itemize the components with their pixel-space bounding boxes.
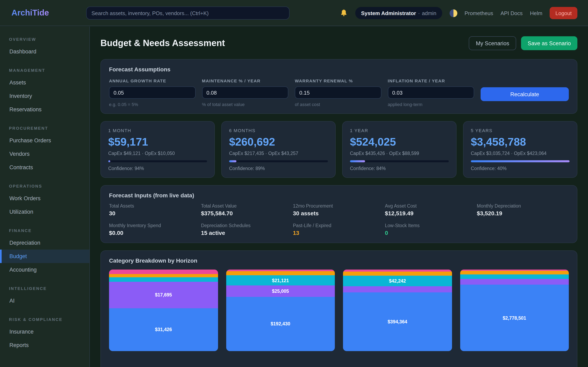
bar-segment-orange: [343, 272, 452, 276]
forecast-inputs-card: Forecast Inputs (from live data) Total A…: [100, 185, 577, 243]
horizon-cards-row: 1 MONTH$59,171CapEx $49,121 · OpEx $10,0…: [100, 121, 577, 178]
sidebar-item-dashboard[interactable]: Dashboard: [0, 45, 89, 58]
page-header: Budget & Needs Assessment My Scenarios S…: [100, 36, 577, 50]
topbar-link-helm[interactable]: Helm: [530, 10, 543, 16]
stacked-bar-1-month: $17,695$31,426: [109, 269, 218, 351]
assumption-hint-annual-growth-rate: e.g. 0.05 = 5%: [109, 102, 195, 107]
stacked-bar-6-months: $21,121$25,005$192,430: [226, 269, 335, 351]
confidence-progress-fill: [471, 160, 570, 162]
stat-label: 12mo Procurement: [293, 203, 385, 208]
recalculate-column: Recalculate: [481, 78, 569, 107]
bar-segment-blue: $31,426: [109, 308, 218, 351]
bar-segment-cyan: $42,242: [343, 276, 452, 286]
forecast-inputs-title: Forecast Inputs (from live data): [109, 192, 569, 199]
bar-segment-pink: [343, 269, 452, 272]
horizon-value: $3,458,788: [471, 136, 570, 149]
stat-label: Depreciation Schedules: [201, 223, 293, 228]
assumption-hint-maintenance-year: % of total asset value: [202, 102, 288, 107]
sidebar-item-insurance[interactable]: Insurance: [0, 325, 89, 338]
assumption-field-warranty-renewal: WARRANTY RENEWAL %of asset cost: [295, 78, 381, 107]
assumption-hint-warranty-renewal: of asset cost: [295, 102, 381, 107]
stacked-bar-5-years: $2,778,501: [460, 269, 569, 351]
header-actions: My Scenarios Save as Scenario: [469, 36, 577, 50]
topbar-right: System Administrator · admin Prometheus …: [340, 0, 577, 26]
assumption-label-maintenance-year: MAINTENANCE % / YEAR: [202, 78, 288, 83]
topbar: ArchiTide System Administrator · admin P…: [0, 0, 588, 26]
sidebar-item-vendors[interactable]: Vendors: [0, 147, 89, 161]
forecast-assumptions-card: Forecast Assumptions ANNUAL GROWTH RATEe…: [100, 59, 577, 114]
sidebar-item-contracts[interactable]: Contracts: [0, 161, 89, 174]
user-role: admin: [422, 10, 436, 16]
sidebar-item-ai[interactable]: AI: [0, 294, 89, 308]
assumption-input-inflation-rate-year[interactable]: [388, 86, 474, 99]
stat-value: $12,519.49: [385, 210, 477, 217]
horizon-label: 1 YEAR: [350, 128, 449, 133]
user-menu[interactable]: System Administrator · admin: [355, 7, 442, 19]
sidebar-item-inventory[interactable]: Inventory: [0, 89, 89, 103]
stat-value: 30: [109, 210, 201, 217]
bar-segment-cyan: $21,121: [226, 275, 335, 286]
recalculate-button[interactable]: Recalculate: [481, 87, 569, 101]
sidebar-item-purchase-orders[interactable]: Purchase Orders: [0, 134, 89, 147]
sidebar-section-intelligence: INTELLIGENCE: [0, 286, 89, 291]
confidence-progress-track: [229, 160, 328, 162]
horizon-card-1-year: 1 YEAR$524,025CapEx $435,426 · OpEx $88,…: [342, 121, 457, 178]
sidebar-item-reservations[interactable]: Reservations: [0, 103, 89, 116]
topbar-link-api-docs[interactable]: API Docs: [501, 10, 522, 16]
bar-segment-orange: [226, 271, 335, 275]
assumption-label-warranty-renewal: WARRANTY RENEWAL %: [295, 78, 381, 83]
confidence-progress-track: [350, 160, 449, 162]
confidence-progress-fill: [350, 160, 365, 162]
main-content: Budget & Needs Assessment My Scenarios S…: [90, 26, 588, 367]
assumption-label-inflation-rate-year: INFLATION RATE / YEAR: [388, 78, 474, 83]
bar-segment-cyan: [460, 274, 569, 279]
stat-value: 30 assets: [293, 210, 385, 217]
stat-12mo-procurement: 12mo Procurement30 assets: [293, 203, 385, 217]
logout-button[interactable]: Logout: [550, 7, 577, 19]
my-scenarios-button[interactable]: My Scenarios: [469, 36, 516, 50]
horizon-confidence: Confidence: 89%: [229, 166, 328, 171]
theme-toggle-moon-icon[interactable]: [449, 9, 457, 17]
stat-label: Total Asset Value: [201, 203, 293, 208]
sidebar-item-work-orders[interactable]: Work Orders: [0, 192, 89, 205]
topbar-link-prometheus[interactable]: Prometheus: [465, 10, 493, 16]
sidebar-item-budget[interactable]: Budget: [0, 250, 89, 263]
confidence-progress-track: [108, 160, 207, 162]
horizon-value: $59,171: [108, 136, 207, 149]
bar-segment-label: $2,778,501: [503, 315, 526, 320]
sidebar-item-utilization[interactable]: Utilization: [0, 205, 89, 218]
sidebar-item-assets[interactable]: Assets: [0, 76, 89, 89]
assumption-hint-inflation-rate-year: applied long-term: [388, 102, 474, 107]
assumption-input-maintenance-year[interactable]: [202, 86, 288, 99]
bar-segment-blue: $394,364: [343, 292, 452, 351]
bar-segment-purple: [343, 286, 452, 292]
bar-segment-label: $21,121: [272, 278, 289, 283]
horizon-value: $524,025: [350, 136, 449, 149]
sidebar-section-overview: OVERVIEW: [0, 37, 89, 42]
assumption-input-warranty-renewal[interactable]: [295, 86, 381, 99]
notification-bell-icon[interactable]: [340, 9, 348, 17]
bar-segment-label: $25,005: [272, 289, 289, 294]
horizon-value: $260,692: [229, 136, 328, 149]
sidebar-nav: OVERVIEWDashboardMANAGEMENTAssetsInvento…: [0, 26, 90, 367]
stacked-bar-1-year: $42,242$394,364: [343, 269, 452, 351]
sidebar-item-reports[interactable]: Reports: [0, 338, 89, 352]
user-separator: ·: [418, 10, 420, 16]
sidebar-item-accounting[interactable]: Accounting: [0, 263, 89, 276]
stat-label: Monthly Depreciation: [477, 203, 569, 208]
horizon-card-1-month: 1 MONTH$59,171CapEx $49,121 · OpEx $10,0…: [100, 121, 215, 178]
bar-segment-label: $394,364: [388, 319, 407, 324]
horizon-confidence: Confidence: 94%: [108, 166, 207, 171]
sidebar-section-procurement: PROCUREMENT: [0, 126, 89, 131]
sidebar-section-finance: FINANCE: [0, 228, 89, 233]
bar-segment-blue: $2,778,501: [460, 285, 569, 351]
sidebar-item-depreciation[interactable]: Depreciation: [0, 236, 89, 250]
assumption-field-annual-growth-rate: ANNUAL GROWTH RATEe.g. 0.05 = 5%: [109, 78, 195, 107]
stat-label: Low-Stock Items: [385, 223, 477, 228]
save-as-scenario-button[interactable]: Save as Scenario: [521, 36, 577, 50]
confidence-progress-fill: [108, 160, 110, 162]
bar-segment-blue: $192,430: [226, 297, 335, 351]
assumption-input-annual-growth-rate[interactable]: [109, 86, 195, 99]
search-input[interactable]: [86, 7, 290, 20]
category-breakdown-title: Category Breakdown by Horizon: [109, 257, 569, 264]
